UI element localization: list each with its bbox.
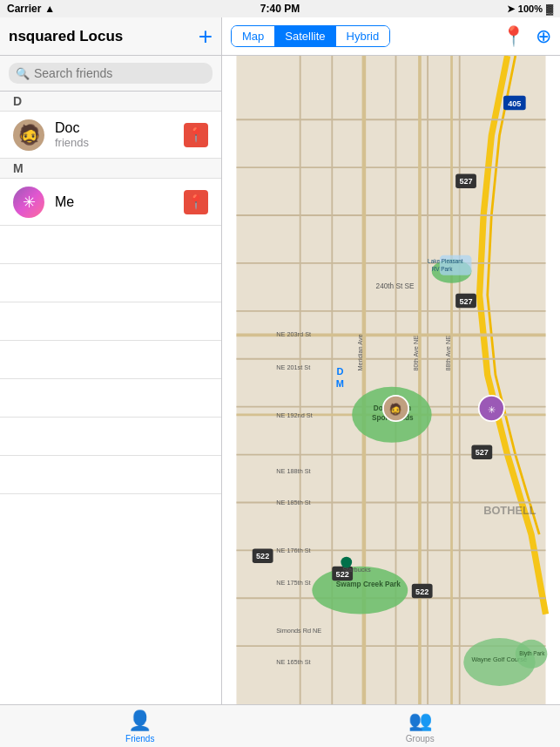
carrier-label: Carrier — [7, 3, 41, 15]
friends-list: D 🧔 Doc friends 📍 M ✳ — [0, 92, 221, 704]
time-label: 7:40 PM — [260, 3, 300, 15]
avatar-me: ✳ — [13, 187, 44, 218]
friends-tab-icon: 👤 — [128, 710, 152, 732]
tab-friends[interactable]: 👤 Friends — [0, 705, 280, 747]
empty-row — [0, 379, 221, 418]
avatar-doc: 🧔 — [13, 119, 44, 151]
empty-row — [0, 418, 221, 456]
index-letter-m[interactable]: M — [336, 378, 344, 389]
svg-text:522: 522 — [415, 587, 428, 596]
svg-text:✳: ✳ — [488, 404, 496, 415]
svg-text:527: 527 — [459, 177, 472, 186]
empty-row — [0, 341, 221, 379]
empty-row — [0, 456, 221, 494]
friends-tab-label: Friends — [125, 734, 154, 744]
battery-icon: ▓ — [546, 3, 553, 14]
friend-pin-me[interactable]: 📍 — [184, 190, 208, 214]
tab-groups[interactable]: 👥 Groups — [280, 705, 561, 747]
search-input[interactable] — [34, 66, 206, 80]
svg-text:BOTHELL: BOTHELL — [483, 504, 536, 517]
svg-text:Blyth Park: Blyth Park — [519, 650, 545, 657]
map-top-bar: Map Satellite Hybrid 📍 ⊕ — [222, 17, 560, 56]
empty-row — [0, 226, 221, 264]
left-panel: nsquared Locus + 🔍 D 🧔 Doc friends — [0, 17, 222, 704]
svg-text:NE 201st St: NE 201st St — [276, 363, 310, 371]
svg-text:NE 176th St: NE 176th St — [276, 547, 310, 554]
svg-text:522: 522 — [256, 552, 269, 560]
add-friend-button[interactable]: + — [199, 24, 213, 49]
app-title: nsquared Locus — [9, 28, 123, 45]
app-body: nsquared Locus + 🔍 D 🧔 Doc friends — [0, 17, 560, 704]
svg-text:Swamp Creek Park: Swamp Creek Park — [336, 581, 401, 588]
svg-text:NE 203rd St: NE 203rd St — [276, 330, 311, 338]
list-item[interactable]: ✳ Me 📍 — [0, 179, 221, 226]
search-bar: 🔍 — [0, 56, 221, 92]
search-icon: 🔍 — [16, 67, 30, 80]
groups-tab-label: Groups — [406, 734, 435, 744]
svg-text:Lake Pleasant: Lake Pleasant — [428, 258, 463, 264]
svg-text:NE 188th St: NE 188th St — [276, 467, 310, 475]
section-header-m: M — [0, 159, 221, 179]
svg-text:240th St SE: 240th St SE — [376, 282, 415, 290]
index-letter-d[interactable]: D — [336, 366, 343, 377]
nav-bar: nsquared Locus + — [0, 17, 221, 56]
groups-tab-icon: 👥 — [408, 710, 432, 732]
svg-text:NE 185th St: NE 185th St — [276, 499, 310, 506]
friend-info-me: Me — [55, 194, 184, 210]
svg-text:Simonds Rd NE: Simonds Rd NE — [276, 627, 321, 635]
wifi-icon: ▲ — [44, 3, 55, 15]
svg-text:NE 192nd St: NE 192nd St — [276, 411, 312, 419]
list-item[interactable]: 🧔 Doc friends 📍 — [0, 112, 221, 159]
friend-pin-doc[interactable]: 📍 — [184, 123, 208, 147]
svg-text:Meridian Ave: Meridian Ave — [356, 334, 364, 370]
status-bar: Carrier ▲ 7:40 PM ➤ 100% ▓ — [0, 0, 560, 17]
map-area: Map Satellite Hybrid 📍 ⊕ — [222, 17, 560, 704]
crosshair-icon[interactable]: ⊕ — [536, 25, 551, 48]
map-top-icons: 📍 ⊕ — [502, 25, 551, 48]
avatar-me-icon: ✳ — [23, 193, 36, 212]
svg-text:NE 165th St: NE 165th St — [276, 658, 310, 666]
svg-text:88th Ave NE: 88th Ave NE — [444, 336, 452, 371]
map-segment-control[interactable]: Map Satellite Hybrid — [231, 25, 390, 47]
friend-name-doc: Doc — [55, 120, 184, 136]
pin-icon-me: 📍 — [187, 194, 205, 210]
location-pin-icon[interactable]: 📍 — [502, 25, 525, 48]
svg-text:NE 175th St: NE 175th St — [276, 579, 310, 587]
map-canvas: Doug Allen Sportsfields Swamp Creek Park… — [222, 56, 560, 704]
friend-name-me: Me — [55, 194, 184, 210]
map-segment-satellite[interactable]: Satellite — [274, 26, 335, 46]
side-index: D M — [336, 366, 344, 389]
svg-text:80th Ave NE: 80th Ave NE — [412, 336, 420, 371]
tab-bar: 👤 Friends 👥 Groups — [0, 704, 560, 747]
svg-text:405: 405 — [508, 99, 521, 108]
empty-row — [0, 302, 221, 341]
friend-sub-doc: friends — [55, 136, 184, 149]
svg-text:RV Park: RV Park — [432, 266, 453, 272]
search-input-wrap[interactable]: 🔍 — [9, 63, 213, 84]
empty-row — [0, 264, 221, 302]
svg-text:🧔: 🧔 — [388, 403, 402, 417]
avatar-doc-face: 🧔 — [17, 126, 41, 145]
map-segment-hybrid[interactable]: Hybrid — [336, 26, 390, 46]
battery-label: 100% — [518, 3, 543, 14]
location-icon: ➤ — [507, 3, 515, 15]
svg-text:527: 527 — [459, 297, 472, 306]
pin-icon-doc: 📍 — [187, 126, 205, 143]
svg-text:527: 527 — [476, 448, 489, 457]
map-svg: Doug Allen Sportsfields Swamp Creek Park… — [222, 56, 560, 704]
section-header-d: D — [0, 92, 221, 112]
friend-info-doc: Doc friends — [55, 120, 184, 149]
map-segment-map[interactable]: Map — [232, 26, 274, 46]
svg-text:Starbucks: Starbucks — [342, 566, 371, 574]
